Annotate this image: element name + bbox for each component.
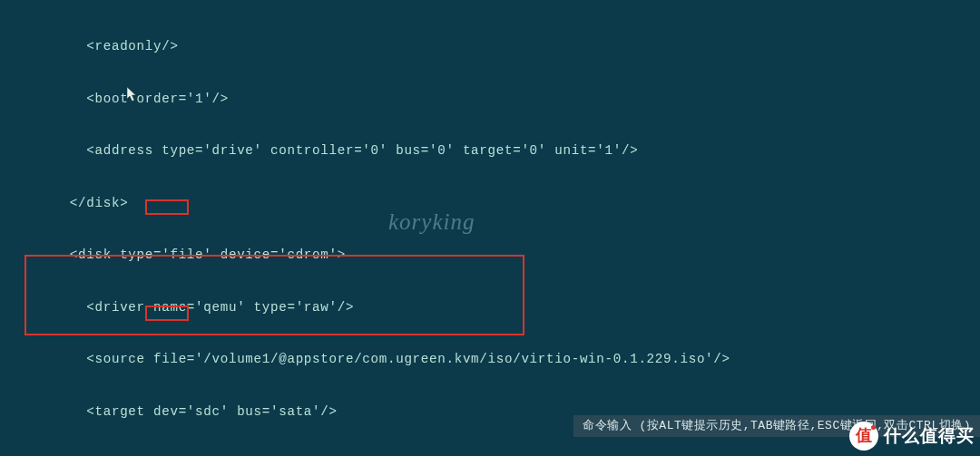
terminal-output[interactable]: <readonly/> <boot order='1'/> <address t… <box>0 0 980 456</box>
code-line: <source file='/volume1/@appstore/com.ugr… <box>36 351 980 368</box>
smzdm-brand-text: 什么值得买 <box>884 424 975 448</box>
smzdm-logo-icon: 值 <box>849 422 878 451</box>
code-line: <driver name='qemu' type='raw'/> <box>36 299 980 316</box>
code-line: </disk> <box>36 195 980 212</box>
code-line: <boot order='1'/> <box>36 91 980 108</box>
code-line: <disk type='file' device='cdrom'> <box>36 247 980 264</box>
smzdm-brand: 值 什么值得买 <box>844 415 980 456</box>
code-line: <address type='drive' controller='0' bus… <box>36 142 980 160</box>
code-line: <readonly/> <box>36 38 980 55</box>
